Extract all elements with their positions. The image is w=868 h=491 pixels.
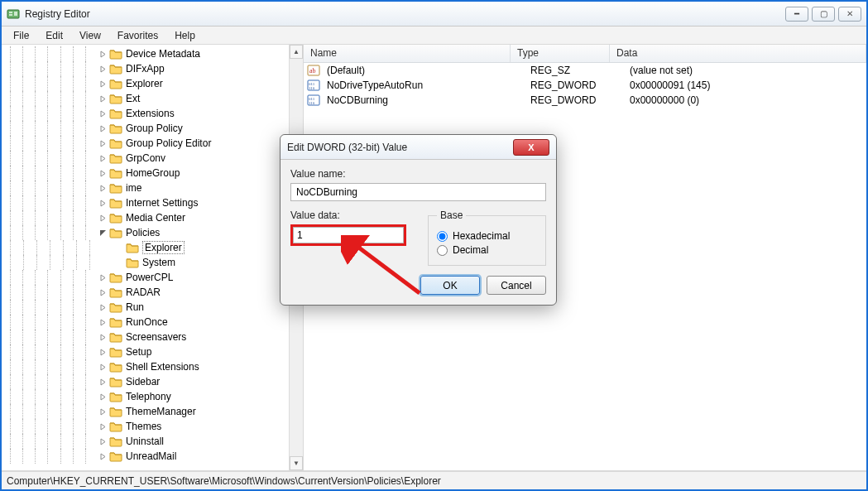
tree-item[interactable]: Group Policy Editor [5, 136, 289, 151]
cancel-button[interactable]: Cancel [487, 276, 546, 295]
tree-item[interactable]: Sidebar [5, 374, 289, 389]
scroll-up-icon[interactable]: ▲ [290, 45, 303, 59]
registry-tree[interactable]: Device MetadataDIFxAppExplorerExtExtensi… [2, 45, 289, 465]
expand-icon[interactable] [98, 421, 108, 431]
expand-icon[interactable] [98, 407, 108, 416]
expand-icon[interactable] [98, 436, 108, 446]
value-name-label: Value name: [290, 168, 546, 180]
value-row[interactable]: ab(Default)REG_SZ(value not set) [304, 63, 866, 78]
folder-icon [126, 241, 139, 254]
expand-icon[interactable] [98, 123, 108, 133]
tree-item[interactable]: Policies [5, 225, 289, 240]
close-button[interactable]: ✕ [838, 7, 861, 22]
expand-icon[interactable] [98, 392, 108, 402]
expand-icon[interactable] [98, 213, 108, 223]
value-type: REG_DWORD [527, 79, 626, 91]
dialog-title-bar[interactable]: Edit DWORD (32-bit) Value X [281, 135, 556, 160]
tree-item[interactable]: PowerCPL [5, 270, 289, 285]
expand-icon[interactable] [98, 347, 108, 357]
radio-dec-input[interactable] [437, 245, 448, 256]
tree-item[interactable]: RunOnce [5, 315, 289, 330]
menu-help[interactable]: Help [166, 28, 204, 43]
expand-icon[interactable] [98, 64, 108, 74]
expand-icon[interactable] [98, 377, 108, 387]
scroll-down-icon[interactable]: ▼ [290, 456, 303, 470]
expand-icon[interactable] [98, 153, 108, 163]
expand-icon[interactable] [98, 49, 108, 59]
tree-item-label: Device Metadata [126, 48, 200, 60]
edit-dword-dialog: Edit DWORD (32-bit) Value X Value name: … [280, 134, 557, 306]
expand-icon[interactable] [98, 168, 108, 178]
dialog-close-button[interactable]: X [513, 139, 549, 156]
menu-favorites[interactable]: Favorites [109, 28, 166, 43]
tree-item[interactable]: Uninstall [5, 434, 289, 449]
expand-icon[interactable] [98, 332, 108, 342]
tree-item-label: Group Policy Editor [126, 137, 211, 149]
dialog-title: Edit DWORD (32-bit) Value [287, 142, 407, 153]
tree-item[interactable]: Themes [5, 419, 289, 434]
tree-item-label: Policies [126, 227, 160, 238]
col-name[interactable]: Name [304, 45, 511, 62]
expand-icon[interactable] [98, 138, 108, 148]
expand-icon[interactable] [98, 79, 108, 89]
tree-item-label: Themes [126, 421, 161, 432]
expand-icon[interactable] [98, 94, 108, 103]
menu-file[interactable]: File [5, 28, 37, 43]
tree-item[interactable]: Shell Extensions [5, 359, 289, 374]
tree-panel: Device MetadataDIFxAppExplorerExtExtensi… [2, 45, 304, 470]
tree-item[interactable]: ime [5, 181, 289, 195]
tree-item[interactable]: Ext [5, 91, 289, 106]
collapse-icon[interactable] [98, 228, 108, 238]
svg-text:110: 110 [309, 101, 315, 105]
expand-icon[interactable] [98, 183, 108, 193]
value-row[interactable]: 011110NoDriveTypeAutoRunREG_DWORD0x00000… [304, 78, 866, 93]
expand-icon[interactable] [98, 302, 108, 312]
radio-dec[interactable]: Decimal [437, 244, 537, 256]
expand-icon[interactable] [98, 317, 108, 327]
folder-icon [109, 450, 122, 463]
minimize-button[interactable]: ━ [785, 7, 808, 22]
radio-hex[interactable]: Hexadecimal [437, 230, 537, 242]
tree-item-label: Setup [126, 346, 151, 358]
expand-icon[interactable] [98, 451, 108, 461]
expand-icon[interactable] [98, 108, 108, 118]
tree-item[interactable]: HomeGroup [5, 166, 289, 181]
tree-item[interactable]: ThemeManager [5, 404, 289, 419]
tree-item[interactable]: Extensions [5, 106, 289, 121]
tree-item[interactable]: Internet Settings [5, 195, 289, 210]
tree-item[interactable]: GrpConv [5, 151, 289, 166]
tree-item-label: RunOnce [126, 316, 168, 328]
tree-item[interactable]: Explorer [5, 240, 289, 255]
maximize-button[interactable]: ▢ [812, 7, 835, 22]
tree-item[interactable]: RADAR [5, 285, 289, 300]
tree-item[interactable]: Device Metadata [5, 46, 289, 61]
value-data-highlight [290, 224, 406, 246]
expand-icon[interactable] [98, 198, 108, 208]
tree-item[interactable]: Setup [5, 344, 289, 359]
reg-dword-icon: 011110 [307, 79, 320, 92]
value-row[interactable]: 011110NoCDBurningREG_DWORD0x00000000 (0) [304, 93, 866, 108]
menu-edit[interactable]: Edit [37, 28, 71, 43]
menu-view[interactable]: View [71, 28, 109, 43]
tree-item[interactable]: DIFxApp [5, 61, 289, 76]
expand-icon[interactable] [98, 272, 108, 282]
value-data-field[interactable] [293, 227, 404, 243]
svg-text:ab: ab [309, 67, 316, 75]
tree-item[interactable]: System [5, 255, 289, 270]
radio-dec-label: Decimal [453, 244, 488, 256]
expand-icon[interactable] [98, 362, 108, 372]
tree-item[interactable]: Explorer [5, 76, 289, 91]
folder-icon [109, 226, 122, 239]
col-type[interactable]: Type [511, 45, 610, 62]
tree-item[interactable]: Run [5, 300, 289, 315]
tree-item[interactable]: UnreadMail [5, 449, 289, 464]
radio-hex-input[interactable] [437, 231, 448, 242]
expand-icon[interactable] [98, 287, 108, 297]
col-data[interactable]: Data [610, 45, 866, 62]
tree-item[interactable]: Telephony [5, 389, 289, 404]
tree-item[interactable]: Screensavers [5, 330, 289, 344]
tree-item[interactable]: Group Policy [5, 121, 289, 136]
ok-button[interactable]: OK [420, 276, 480, 295]
value-name: (Default) [324, 65, 527, 76]
tree-item[interactable]: Media Center [5, 210, 289, 225]
